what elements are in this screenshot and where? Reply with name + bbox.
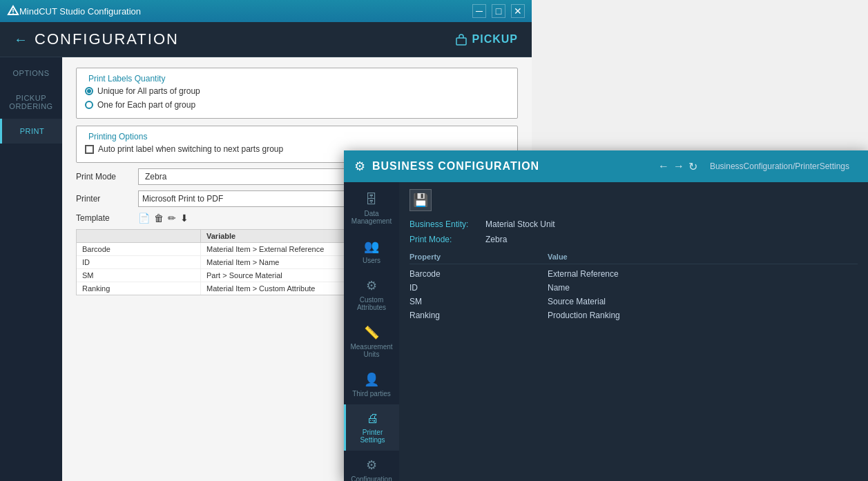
business-entity-value: Material Stock Unit	[485, 219, 555, 229]
print-labels-quantity-group: Print Labels Quantity Unique for All par…	[76, 68, 518, 119]
printer-label: Printer	[76, 194, 131, 204]
sm-label: SM	[77, 269, 201, 282]
biz-table-row: SM Source Material	[409, 295, 858, 308]
measurement-units-label: Measurement Units	[347, 343, 396, 358]
radio-each[interactable]: One for Each part of group	[85, 100, 509, 110]
biz-table-row: Barcode External Reference	[409, 267, 858, 281]
biz-nav-third-parties[interactable]: 👤 Third parties	[344, 365, 399, 404]
col-property-header	[77, 230, 201, 242]
business-entity-label: Business Entity:	[409, 219, 479, 229]
biz-value-header: Value	[548, 253, 858, 261]
maximize-button[interactable]: □	[492, 4, 505, 18]
biz-body: 🗄 Data Management 👥 Users ⚙ Custom Attri…	[344, 182, 868, 481]
biz-nav-users[interactable]: 👥 Users	[344, 232, 399, 271]
third-parties-label: Third parties	[352, 390, 391, 397]
business-configuration-window: ⚙ BUSINESS CONFIGURATION ← → ↻ BusinessC…	[344, 150, 868, 481]
biz-nav-measurement-units[interactable]: 📏 Measurement Units	[344, 318, 399, 365]
business-entity-row: Business Entity: Material Stock Unit	[409, 219, 858, 229]
template-download-icon[interactable]: ⬇	[180, 213, 189, 224]
third-parties-icon: 👤	[364, 372, 379, 387]
custom-attributes-label: Custom Attributes	[347, 296, 396, 311]
template-label: Template	[76, 213, 131, 223]
biz-table-row: Ranking Production Ranking	[409, 308, 858, 322]
biz-id-property: ID	[409, 283, 548, 293]
biz-print-mode-value: Zebra	[485, 235, 507, 244]
users-label: Users	[363, 257, 380, 264]
biz-sm-property: SM	[409, 297, 548, 306]
close-button[interactable]: ✕	[511, 4, 525, 18]
data-management-label: Data Management	[347, 210, 396, 225]
checkbox-box[interactable]	[85, 145, 94, 154]
template-icons: 📄 🗑 ✏ ⬇	[138, 213, 189, 224]
sidebar-item-options[interactable]: OPTIONS	[0, 61, 62, 86]
id-label: ID	[77, 256, 201, 268]
biz-nav-custom-attributes[interactable]: ⚙ Custom Attributes	[344, 271, 399, 318]
save-icon: 💾	[413, 193, 428, 208]
biz-sm-value: Source Material	[548, 297, 858, 306]
config-header: ← CONFIGURATION PICKUP	[0, 22, 532, 57]
biz-refresh-button[interactable]: ↻	[688, 160, 697, 173]
biz-barcode-property: Barcode	[409, 269, 548, 279]
sidebar-item-pickup-ordering[interactable]: PICKUP ORDERING	[0, 86, 62, 119]
biz-nav-printer-settings[interactable]: 🖨 Printer Settings	[344, 404, 399, 451]
save-button[interactable]: 💾	[409, 189, 432, 211]
pickup-label: PICKUP	[472, 33, 518, 46]
app-logo	[7, 5, 19, 17]
printer-settings-icon: 🖨	[367, 411, 379, 426]
biz-barcode-value: External Reference	[548, 269, 858, 279]
radio-unique-circle[interactable]	[85, 87, 93, 95]
radio-unique-label: Unique for All parts of group	[97, 86, 200, 96]
data-management-icon: 🗄	[365, 193, 378, 207]
biz-header: ⚙ BUSINESS CONFIGURATION ← → ↻ BusinessC…	[344, 150, 868, 182]
biz-header-title: BUSINESS CONFIGURATION	[372, 160, 651, 173]
left-sidebar: OPTIONS PICKUP ORDERING PRINT	[0, 57, 62, 481]
pickup-badge: PICKUP	[454, 32, 518, 46]
radio-unique[interactable]: Unique for All parts of group	[85, 86, 509, 96]
custom-attributes-icon: ⚙	[366, 278, 377, 293]
biz-nav-configuration[interactable]: ⚙ Configuration	[344, 451, 399, 481]
barcode-label: Barcode	[77, 243, 201, 255]
window-title: MindCUT Studio Configuration	[19, 6, 472, 17]
print-mode-info-row: Print Mode: Zebra	[409, 235, 858, 244]
measurement-units-icon: 📏	[364, 325, 379, 340]
template-edit-icon[interactable]: ✏	[168, 213, 176, 224]
header-left: ← CONFIGURATION	[14, 30, 179, 48]
biz-header-gear-icon: ⚙	[354, 159, 365, 174]
biz-table-header: Property Value	[409, 253, 858, 264]
ranking-label: Ranking	[77, 282, 201, 295]
template-new-icon[interactable]: 📄	[138, 213, 150, 224]
svg-point-2	[12, 13, 14, 14]
configuration-label: Configuration	[351, 475, 392, 481]
biz-property-header: Property	[409, 253, 548, 261]
biz-left-nav: 🗄 Data Management 👥 Users ⚙ Custom Attri…	[344, 182, 399, 481]
radio-each-circle[interactable]	[85, 101, 93, 109]
svg-rect-3	[456, 38, 466, 45]
auto-print-label: Auto print label when switching to next …	[98, 144, 283, 154]
users-icon: 👥	[364, 239, 379, 254]
biz-ranking-value: Production Ranking	[548, 311, 858, 320]
biz-right-panel: 💾 Business Entity: Material Stock Unit P…	[399, 182, 868, 481]
template-delete-icon[interactable]: 🗑	[154, 213, 164, 224]
biz-nav-buttons: ← → ↻ BusinessConfiguration/PrinterSetti…	[658, 159, 858, 174]
configuration-icon: ⚙	[366, 458, 377, 473]
biz-table-row: ID Name	[409, 281, 858, 295]
biz-nav-data-management[interactable]: 🗄 Data Management	[344, 186, 399, 232]
radio-group: Unique for All parts of group One for Ea…	[85, 86, 509, 110]
biz-breadcrumb: BusinessConfiguration/PrinterSettings	[702, 159, 858, 174]
minimize-button[interactable]: ─	[472, 4, 486, 18]
radio-each-label: One for Each part of group	[97, 100, 195, 110]
biz-id-value: Name	[548, 283, 858, 293]
title-bar: MindCUT Studio Configuration ─ □ ✕	[0, 0, 532, 22]
window-controls: ─ □ ✕	[472, 4, 525, 18]
back-arrow-icon[interactable]: ←	[14, 32, 28, 48]
printer-settings-label: Printer Settings	[349, 429, 396, 444]
config-title: CONFIGURATION	[35, 30, 179, 48]
print-labels-legend: Print Labels Quantity	[85, 74, 509, 84]
biz-forward-button[interactable]: →	[673, 160, 684, 173]
pickup-icon	[454, 32, 468, 46]
printing-options-legend: Printing Options	[85, 132, 509, 141]
sidebar-item-print[interactable]: PRINT	[0, 119, 62, 144]
biz-back-button[interactable]: ←	[658, 160, 669, 173]
biz-print-mode-label: Print Mode:	[409, 235, 479, 244]
print-mode-label: Print Mode	[76, 172, 131, 181]
